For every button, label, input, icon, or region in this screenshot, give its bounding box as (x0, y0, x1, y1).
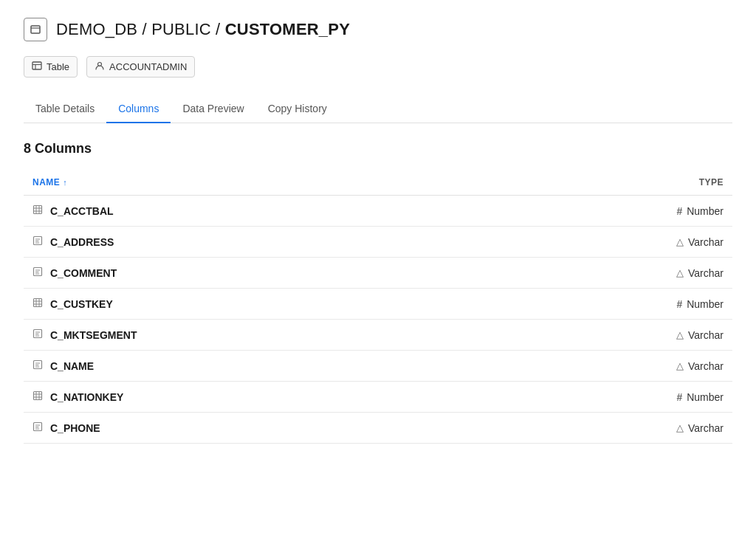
column-type-cell: △ Varchar (487, 227, 732, 258)
column-type-icon (32, 391, 43, 403)
type-label: Varchar (688, 236, 724, 248)
column-name: C_ADDRESS (50, 236, 114, 248)
table-tag-label: Table (47, 61, 69, 72)
column-name-cell: C_CUSTKEY (24, 289, 487, 320)
type-label: Number (687, 298, 724, 310)
page-title: DEMO_DB / PUBLIC / CUSTOMER_PY (56, 20, 350, 39)
section-title: 8 Columns (24, 141, 732, 156)
type-label: Varchar (688, 329, 724, 341)
column-type-cell: △ Varchar (487, 351, 732, 382)
table-row: C_COMMENT △ Varchar (24, 258, 732, 289)
type-category-icon: △ (676, 360, 684, 371)
tag-row: Table ACCOUNTADMIN (24, 56, 732, 78)
column-name-cell: C_ADDRESS (24, 227, 487, 258)
database-icon (24, 18, 47, 41)
table-tag-icon (32, 61, 42, 73)
sort-arrow-icon: ↑ (63, 178, 67, 187)
type-label: Number (687, 391, 724, 403)
table-row: C_NAME △ Varchar (24, 351, 732, 382)
main-content: 8 Columns NAME↑ TYPE (24, 141, 732, 444)
tab-columns[interactable]: Columns (106, 95, 171, 123)
column-type-cell: △ Varchar (487, 413, 732, 444)
svg-rect-6 (34, 206, 42, 214)
column-name-cell: C_COMMENT (24, 258, 487, 289)
table-header-row: NAME↑ TYPE (24, 171, 732, 196)
table-row: C_MKTSEGMENT △ Varchar (24, 320, 732, 351)
tab-table-details[interactable]: Table Details (24, 95, 106, 123)
type-label: Varchar (688, 360, 724, 372)
column-name-cell: C_NAME (24, 351, 487, 382)
column-type-icon (32, 235, 43, 248)
svg-rect-2 (32, 62, 41, 69)
type-category-icon: △ (676, 236, 684, 247)
column-type-icon (32, 328, 43, 341)
table-row: C_PHONE △ Varchar (24, 413, 732, 444)
column-name: C_NATIONKEY (50, 391, 123, 403)
type-label: Varchar (688, 422, 724, 434)
column-name-cell: C_NATIONKEY (24, 382, 487, 413)
column-type-icon (32, 297, 43, 310)
column-type-icon (32, 359, 43, 372)
svg-rect-0 (31, 26, 40, 33)
column-type-cell: △ Varchar (487, 258, 732, 289)
svg-rect-19 (34, 299, 42, 307)
table-tag: Table (24, 56, 78, 78)
type-category-icon: △ (676, 422, 684, 433)
type-column-header[interactable]: TYPE (487, 171, 732, 196)
column-type-icon (32, 266, 43, 279)
column-type-icon (32, 422, 43, 434)
accountadmin-tag: ACCOUNTADMIN (86, 56, 195, 78)
column-name: C_ACCTBAL (50, 205, 114, 217)
name-column-header[interactable]: NAME↑ (24, 171, 487, 196)
type-category-icon: △ (676, 329, 684, 340)
table-row: C_ADDRESS △ Varchar (24, 227, 732, 258)
svg-rect-32 (34, 392, 42, 400)
page-header: DEMO_DB / PUBLIC / CUSTOMER_PY (24, 18, 732, 41)
tab-bar: Table Details Columns Data Preview Copy … (24, 95, 732, 123)
tab-copy-history[interactable]: Copy History (256, 95, 339, 123)
column-name: C_NAME (50, 360, 94, 372)
tab-data-preview[interactable]: Data Preview (171, 95, 255, 123)
type-category-icon: △ (676, 267, 684, 278)
column-type-cell: △ Varchar (487, 320, 732, 351)
table-row: C_ACCTBAL # Number (24, 196, 732, 227)
type-label: Number (687, 205, 724, 217)
column-type-cell: # Number (487, 382, 732, 413)
table-row: C_CUSTKEY # Number (24, 289, 732, 320)
column-name: C_CUSTKEY (50, 298, 113, 310)
column-type-cell: # Number (487, 196, 732, 227)
user-tag-icon (94, 61, 105, 73)
column-name-cell: C_PHONE (24, 413, 487, 444)
type-category-icon: # (676, 205, 682, 217)
column-name-cell: C_MKTSEGMENT (24, 320, 487, 351)
column-type-icon (32, 204, 43, 217)
column-name-cell: C_ACCTBAL (24, 196, 487, 227)
column-name: C_PHONE (50, 422, 100, 434)
column-type-cell: # Number (487, 289, 732, 320)
page-container: DEMO_DB / PUBLIC / CUSTOMER_PY Table AC (0, 0, 756, 547)
table-row: C_NATIONKEY # Number (24, 382, 732, 413)
columns-table: NAME↑ TYPE C_ACCTBAL (24, 171, 732, 444)
type-label: Varchar (688, 267, 724, 279)
type-category-icon: # (676, 298, 682, 310)
column-name: C_COMMENT (50, 267, 117, 279)
type-category-icon: # (676, 391, 682, 403)
accountadmin-tag-label: ACCOUNTADMIN (109, 61, 187, 72)
column-name: C_MKTSEGMENT (50, 329, 137, 341)
